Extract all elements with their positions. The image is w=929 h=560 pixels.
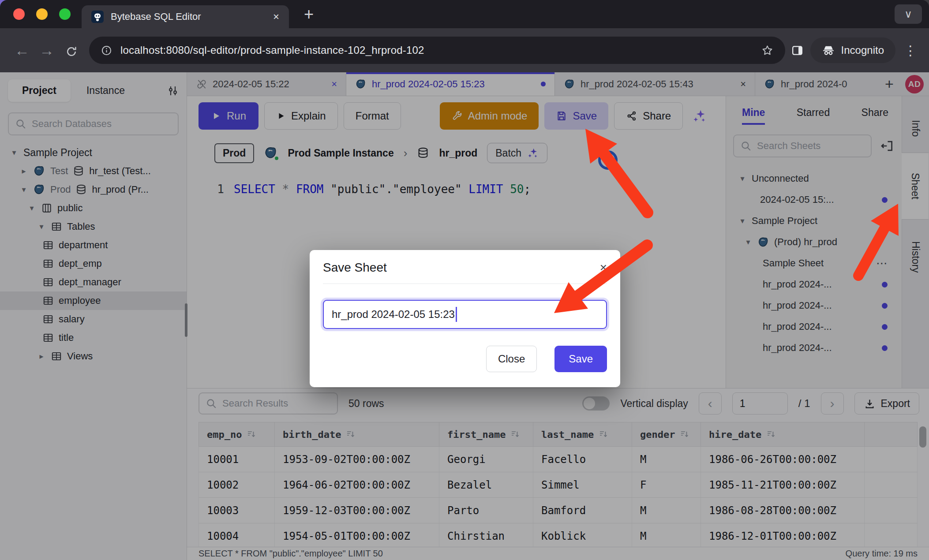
address-bar[interactable]: localhost:8080/sql-editor/prod-sample-in… xyxy=(89,37,785,64)
window-controls xyxy=(13,8,71,20)
dialog-title: Save Sheet xyxy=(323,261,387,275)
browser-window: Bytebase SQL Editor × + ∨ ← → localhost:… xyxy=(0,0,929,560)
browser-menu-icon[interactable]: ⋮ xyxy=(902,43,919,58)
save-sheet-dialog: Save Sheet × hr_prod 2024-02-05 15:23 Cl… xyxy=(310,250,620,387)
bookmark-star-icon[interactable] xyxy=(761,44,774,57)
window-close-button[interactable] xyxy=(13,8,25,20)
window-maximize-button[interactable] xyxy=(59,8,71,20)
browser-tab-title: Bytebase SQL Editor xyxy=(111,11,266,22)
forward-button[interactable]: → xyxy=(34,42,59,59)
browser-tab-strip: Bytebase SQL Editor × + ∨ xyxy=(0,0,929,28)
site-info-icon[interactable] xyxy=(101,45,112,56)
dialog-divider xyxy=(323,284,607,284)
sheet-name-input[interactable]: hr_prod 2024-02-05 15:23 xyxy=(323,300,607,329)
tab-list-chevron-button[interactable]: ∨ xyxy=(895,4,922,24)
bytebase-app: Project Instance ▾ Sample Project ▸ xyxy=(0,72,929,560)
cancel-button[interactable]: Close xyxy=(486,346,537,372)
confirm-save-button[interactable]: Save xyxy=(554,346,607,372)
url-text[interactable]: localhost:8080/sql-editor/prod-sample-in… xyxy=(120,44,753,56)
close-icon[interactable]: × xyxy=(600,261,607,275)
chevron-down-icon: ∨ xyxy=(904,8,912,20)
browser-toolbar: ← → localhost:8080/sql-editor/prod-sampl… xyxy=(0,28,929,72)
screenshot-root: Bytebase SQL Editor × + ∨ ← → localhost:… xyxy=(0,0,929,560)
incognito-label: Incognito xyxy=(841,44,884,56)
sheet-name-value: hr_prod 2024-02-05 15:23 xyxy=(332,308,455,321)
browser-tab[interactable]: Bytebase SQL Editor × xyxy=(82,5,289,28)
tab-close-icon[interactable]: × xyxy=(273,11,279,23)
text-caret xyxy=(456,307,457,322)
side-panel-icon[interactable] xyxy=(790,44,804,57)
bytebase-favicon-icon xyxy=(91,11,104,23)
incognito-badge: Incognito xyxy=(810,37,895,63)
window-minimize-button[interactable] xyxy=(36,8,48,20)
incognito-icon xyxy=(822,44,835,57)
reload-button[interactable] xyxy=(59,42,84,59)
back-button[interactable]: ← xyxy=(10,42,34,59)
new-tab-button[interactable]: + xyxy=(298,4,319,25)
